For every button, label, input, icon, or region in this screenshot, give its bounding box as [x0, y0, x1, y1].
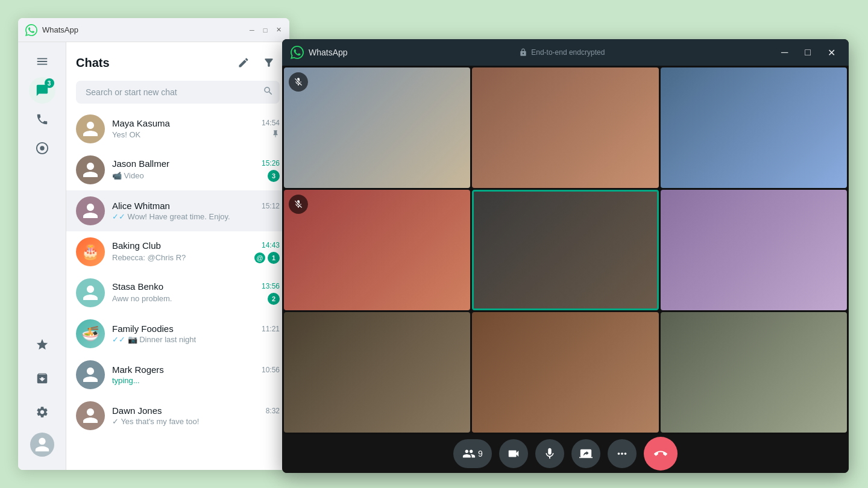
mic-toggle-btn[interactable]: [535, 439, 564, 468]
chat-item-alice[interactable]: Alice Whitman 15:12 ✓✓ Wow! Have great t…: [66, 190, 289, 231]
whatsapp-logo-icon: [25, 24, 37, 36]
participants-count: 9: [478, 449, 483, 458]
chat-info-dawn: Dawn Jones 8:32 ✓ Yes that's my fave too…: [112, 405, 280, 426]
chat-badges-jason: 3: [268, 170, 280, 182]
main-title-bar: WhatsApp ─ □ ✕: [18, 18, 289, 42]
screen-share-btn[interactable]: [571, 439, 600, 468]
search-input[interactable]: [76, 81, 280, 104]
settings-icon: [36, 405, 49, 419]
search-bar: [76, 81, 280, 104]
chat-time-family: 11:21: [262, 325, 280, 333]
video-cell-8: [472, 312, 658, 433]
chat-item-jason[interactable]: Jason Ballmer 15:26 📹 Video 3: [66, 149, 289, 190]
avatar-dawn: [76, 401, 105, 430]
chat-info-stasa: Stasa Benko 13:56 Aww no problem. 2: [112, 281, 280, 305]
new-chat-btn[interactable]: [233, 52, 254, 74]
chat-info-maya: Maya Kasuma 14:54 Yes! OK: [112, 118, 280, 140]
sidebar-starred-btn[interactable]: [29, 331, 55, 358]
chat-name-dawn: Dawn Jones: [112, 405, 162, 416]
chat-name-baking: Baking Club: [112, 240, 161, 251]
mute-indicator-4: [289, 195, 308, 214]
video-cell-7: [284, 312, 470, 433]
end-call-btn[interactable]: [644, 437, 678, 471]
chat-item-maya[interactable]: Maya Kasuma 14:54 Yes! OK: [66, 108, 289, 149]
chat-preview-mark: typing...: [112, 376, 280, 385]
chats-header: Chats: [66, 42, 289, 78]
filter-btn[interactable]: [258, 52, 280, 74]
video-cell-5: [472, 190, 658, 310]
main-maximize-btn[interactable]: □: [262, 27, 269, 34]
main-window: WhatsApp ─ □ ✕ 3: [18, 18, 289, 470]
starred-icon: [36, 338, 49, 351]
chat-item-baking[interactable]: 🎂 Baking Club 14:43 Rebecca: @Chris R? @…: [66, 231, 289, 272]
video-toggle-btn[interactable]: [499, 439, 528, 468]
chat-info-baking: Baking Club 14:43 Rebecca: @Chris R? @ 1: [112, 240, 280, 264]
chat-info-family: Family Foodies 11:21 ✓✓ 📷 Dinner last ni…: [112, 324, 280, 344]
chat-preview-family: ✓✓ 📷 Dinner last night: [112, 335, 280, 344]
unread-badge-stasa: 2: [268, 293, 280, 305]
sidebar-archived-btn[interactable]: [29, 365, 55, 392]
sidebar-menu-btn[interactable]: [29, 48, 55, 75]
chat-time-stasa: 13:56: [262, 282, 280, 290]
video-controls-bar: 9: [282, 434, 849, 473]
video-cell-3: [661, 67, 847, 188]
unread-badge-jason: 3: [268, 170, 280, 182]
video-minimize-btn[interactable]: ─: [776, 45, 793, 60]
encryption-badge: End-to-end endcrypted: [519, 48, 605, 57]
chat-info-alice: Alice Whitman 15:12 ✓✓ Wow! Have great t…: [112, 201, 280, 221]
chats-title: Chats: [76, 56, 110, 70]
pin-icon: [271, 130, 280, 140]
sidebar-status-btn[interactable]: [29, 135, 55, 161]
mention-badge-baking: @: [254, 252, 265, 263]
calls-icon: [36, 113, 49, 126]
video-call-window: WhatsApp End-to-end endcrypted ─ □ ✕: [282, 39, 849, 473]
more-icon: [615, 447, 629, 460]
more-options-btn[interactable]: [608, 439, 637, 468]
user-avatar-sidebar[interactable]: [30, 433, 54, 457]
video-close-btn[interactable]: ✕: [823, 45, 840, 61]
mic-icon: [543, 447, 556, 460]
sidebar-calls-btn[interactable]: [29, 106, 55, 133]
main-close-btn[interactable]: ✕: [275, 27, 282, 34]
video-cell-9: [661, 312, 847, 433]
avatar-baking: 🎂: [76, 237, 105, 266]
encryption-label: End-to-end endcrypted: [531, 48, 605, 57]
chat-item-stasa[interactable]: Stasa Benko 13:56 Aww no problem. 2: [66, 272, 289, 313]
chat-item-mark[interactable]: Mark Rogers 10:56 typing...: [66, 354, 289, 395]
chat-badges-baking: @ 1: [254, 252, 280, 264]
svg-point-1: [40, 146, 44, 150]
video-title-bar: WhatsApp End-to-end endcrypted ─ □ ✕: [282, 39, 849, 66]
filter-icon: [263, 57, 275, 69]
unread-badge-baking: 1: [268, 252, 280, 264]
muted-mic-icon-4: [294, 199, 303, 209]
sidebar-chats-btn[interactable]: 3: [29, 77, 55, 104]
chat-preview-jason: 📹 Video: [112, 171, 265, 180]
chats-unread-badge: 3: [45, 78, 54, 88]
chat-item-family[interactable]: 🍜 Family Foodies 11:21 ✓✓ 📷 Dinner last …: [66, 313, 289, 354]
chat-preview-baking: Rebecca: @Chris R?: [112, 253, 252, 262]
chat-info-jason: Jason Ballmer 15:26 📹 Video 3: [112, 158, 280, 182]
end-call-icon: [654, 447, 667, 460]
avatar-maya: [76, 114, 105, 143]
video-cell-6: [661, 190, 847, 310]
main-minimize-btn[interactable]: ─: [248, 27, 256, 34]
search-icon: [263, 86, 274, 96]
chat-name-family: Family Foodies: [112, 324, 174, 334]
video-app-name: WhatsApp: [309, 48, 348, 57]
avatar-family: 🍜: [76, 319, 105, 348]
avatar-mark: [76, 360, 105, 389]
sidebar-settings-btn[interactable]: [29, 399, 55, 425]
screen-share-icon: [579, 447, 593, 460]
user-avatar-icon: [34, 436, 51, 453]
lock-icon: [519, 48, 527, 57]
participants-btn[interactable]: 9: [453, 439, 492, 468]
main-window-controls: ─ □ ✕: [248, 27, 282, 34]
video-maximize-btn[interactable]: □: [800, 45, 816, 60]
sidebar-bottom: [29, 331, 55, 464]
chat-name-stasa: Stasa Benko: [112, 281, 163, 292]
chat-item-dawn[interactable]: Dawn Jones 8:32 ✓ Yes that's my fave too…: [66, 395, 289, 436]
chat-list: Maya Kasuma 14:54 Yes! OK: [66, 108, 289, 470]
header-icon-group: [233, 52, 280, 74]
edit-icon: [237, 57, 250, 69]
video-cell-1: [284, 67, 470, 188]
